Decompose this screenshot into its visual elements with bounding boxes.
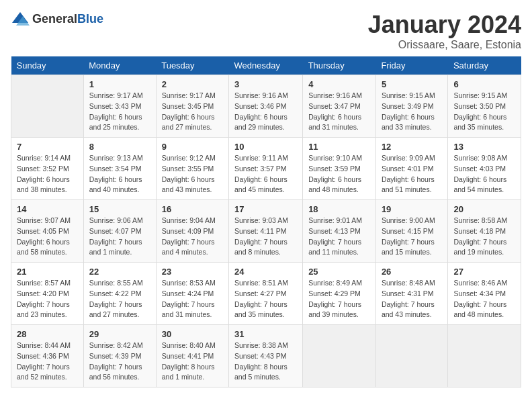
column-header-monday: Monday xyxy=(83,56,156,75)
day-info: Sunrise: 9:06 AMSunset: 4:07 PMDaylight:… xyxy=(89,216,150,258)
day-info: Sunrise: 9:10 AMSunset: 3:59 PMDaylight:… xyxy=(308,153,370,195)
day-number: 23 xyxy=(162,267,223,277)
day-number: 27 xyxy=(453,267,515,277)
day-number: 22 xyxy=(89,267,150,277)
day-cell: 10Sunrise: 9:11 AMSunset: 3:57 PMDayligh… xyxy=(228,138,302,200)
day-number: 25 xyxy=(308,267,370,277)
day-number: 20 xyxy=(453,204,515,214)
day-info: Sunrise: 9:12 AMSunset: 3:55 PMDaylight:… xyxy=(162,153,223,195)
day-cell: 3Sunrise: 9:16 AMSunset: 3:46 PMDaylight… xyxy=(228,75,302,138)
day-number: 26 xyxy=(382,267,443,277)
day-number: 7 xyxy=(17,142,78,152)
day-info: Sunrise: 9:13 AMSunset: 3:54 PMDaylight:… xyxy=(89,153,150,195)
day-info: Sunrise: 9:11 AMSunset: 3:57 PMDaylight:… xyxy=(234,153,297,195)
day-cell: 12Sunrise: 9:09 AMSunset: 4:01 PMDayligh… xyxy=(375,138,448,200)
day-info: Sunrise: 9:04 AMSunset: 4:09 PMDaylight:… xyxy=(162,216,223,258)
day-cell: 2Sunrise: 9:17 AMSunset: 3:45 PMDaylight… xyxy=(156,75,228,138)
day-number: 1 xyxy=(89,79,150,89)
day-number: 21 xyxy=(17,267,78,277)
day-number: 12 xyxy=(382,142,443,152)
day-info: Sunrise: 9:15 AMSunset: 3:50 PMDaylight:… xyxy=(453,91,515,133)
day-number: 29 xyxy=(89,329,150,339)
logo-icon xyxy=(11,11,30,27)
day-info: Sunrise: 9:17 AMSunset: 3:45 PMDaylight:… xyxy=(162,91,223,133)
day-number: 18 xyxy=(308,204,370,214)
column-header-saturday: Saturday xyxy=(448,56,521,75)
day-cell: 17Sunrise: 9:03 AMSunset: 4:11 PMDayligh… xyxy=(228,200,302,263)
day-number: 15 xyxy=(89,204,150,214)
day-info: Sunrise: 8:44 AMSunset: 4:36 PMDaylight:… xyxy=(17,340,78,383)
day-cell: 16Sunrise: 9:04 AMSunset: 4:09 PMDayligh… xyxy=(156,200,228,263)
week-row-3: 14Sunrise: 9:07 AMSunset: 4:05 PMDayligh… xyxy=(11,200,521,263)
day-number: 17 xyxy=(234,204,297,214)
day-cell: 27Sunrise: 8:46 AMSunset: 4:34 PMDayligh… xyxy=(448,263,521,325)
day-info: Sunrise: 8:49 AMSunset: 4:29 PMDaylight:… xyxy=(308,278,370,320)
day-number: 8 xyxy=(89,142,150,152)
day-info: Sunrise: 9:09 AMSunset: 4:01 PMDaylight:… xyxy=(382,153,443,195)
week-row-2: 7Sunrise: 9:14 AMSunset: 3:52 PMDaylight… xyxy=(11,138,521,200)
header: GeneralBlue January 2024 Orissaare, Saar… xyxy=(11,11,521,51)
day-info: Sunrise: 8:48 AMSunset: 4:31 PMDaylight:… xyxy=(382,278,443,320)
day-info: Sunrise: 9:01 AMSunset: 4:13 PMDaylight:… xyxy=(308,216,370,258)
day-cell: 20Sunrise: 8:58 AMSunset: 4:18 PMDayligh… xyxy=(448,200,521,263)
day-cell: 19Sunrise: 9:00 AMSunset: 4:15 PMDayligh… xyxy=(375,200,448,263)
logo: GeneralBlue xyxy=(11,11,103,27)
day-info: Sunrise: 8:38 AMSunset: 4:43 PMDaylight:… xyxy=(234,340,297,383)
day-cell: 21Sunrise: 8:57 AMSunset: 4:20 PMDayligh… xyxy=(11,263,84,325)
day-info: Sunrise: 9:15 AMSunset: 3:49 PMDaylight:… xyxy=(382,91,443,133)
logo-general-text: General xyxy=(32,12,77,26)
logo-blue-text: Blue xyxy=(77,12,103,26)
title-area: January 2024 Orissaare, Saare, Estonia xyxy=(368,11,521,51)
day-cell: 23Sunrise: 8:53 AMSunset: 4:24 PMDayligh… xyxy=(156,263,228,325)
day-cell: 9Sunrise: 9:12 AMSunset: 3:55 PMDaylight… xyxy=(156,138,228,200)
day-cell xyxy=(448,325,521,387)
column-header-sunday: Sunday xyxy=(11,56,84,75)
week-row-4: 21Sunrise: 8:57 AMSunset: 4:20 PMDayligh… xyxy=(11,263,521,325)
day-cell: 29Sunrise: 8:42 AMSunset: 4:39 PMDayligh… xyxy=(83,325,156,387)
day-info: Sunrise: 8:57 AMSunset: 4:20 PMDaylight:… xyxy=(17,278,78,320)
calendar-table: SundayMondayTuesdayWednesdayThursdayFrid… xyxy=(11,56,521,387)
day-cell: 31Sunrise: 8:38 AMSunset: 4:43 PMDayligh… xyxy=(228,325,302,387)
day-number: 6 xyxy=(453,79,515,89)
day-cell: 4Sunrise: 9:16 AMSunset: 3:47 PMDaylight… xyxy=(303,75,376,138)
column-header-wednesday: Wednesday xyxy=(228,56,302,75)
day-info: Sunrise: 9:16 AMSunset: 3:47 PMDaylight:… xyxy=(308,91,370,133)
day-cell: 22Sunrise: 8:55 AMSunset: 4:22 PMDayligh… xyxy=(83,263,156,325)
day-cell xyxy=(375,325,448,387)
day-info: Sunrise: 9:16 AMSunset: 3:46 PMDaylight:… xyxy=(234,91,297,133)
day-number: 4 xyxy=(308,79,370,89)
day-number: 3 xyxy=(234,79,297,89)
calendar-subtitle: Orissaare, Saare, Estonia xyxy=(368,39,521,51)
day-cell: 7Sunrise: 9:14 AMSunset: 3:52 PMDaylight… xyxy=(11,138,84,200)
week-row-5: 28Sunrise: 8:44 AMSunset: 4:36 PMDayligh… xyxy=(11,325,521,387)
day-cell: 1Sunrise: 9:17 AMSunset: 3:43 PMDaylight… xyxy=(83,75,156,138)
day-info: Sunrise: 9:03 AMSunset: 4:11 PMDaylight:… xyxy=(234,216,297,258)
calendar-body: 1Sunrise: 9:17 AMSunset: 3:43 PMDaylight… xyxy=(11,75,521,387)
column-header-thursday: Thursday xyxy=(303,56,376,75)
day-number: 16 xyxy=(162,204,223,214)
day-info: Sunrise: 9:08 AMSunset: 4:03 PMDaylight:… xyxy=(453,153,515,195)
day-info: Sunrise: 8:53 AMSunset: 4:24 PMDaylight:… xyxy=(162,278,223,320)
day-cell: 5Sunrise: 9:15 AMSunset: 3:49 PMDaylight… xyxy=(375,75,448,138)
day-cell: 24Sunrise: 8:51 AMSunset: 4:27 PMDayligh… xyxy=(228,263,302,325)
day-number: 11 xyxy=(308,142,370,152)
day-info: Sunrise: 8:51 AMSunset: 4:27 PMDaylight:… xyxy=(234,278,297,320)
day-cell: 8Sunrise: 9:13 AMSunset: 3:54 PMDaylight… xyxy=(83,138,156,200)
day-cell: 26Sunrise: 8:48 AMSunset: 4:31 PMDayligh… xyxy=(375,263,448,325)
day-info: Sunrise: 9:00 AMSunset: 4:15 PMDaylight:… xyxy=(382,216,443,258)
day-info: Sunrise: 9:14 AMSunset: 3:52 PMDaylight:… xyxy=(17,153,78,195)
day-info: Sunrise: 9:17 AMSunset: 3:43 PMDaylight:… xyxy=(89,91,150,133)
day-number: 14 xyxy=(17,204,78,214)
day-number: 2 xyxy=(162,79,223,89)
day-info: Sunrise: 8:55 AMSunset: 4:22 PMDaylight:… xyxy=(89,278,150,320)
day-cell xyxy=(11,75,84,138)
day-number: 5 xyxy=(382,79,443,89)
day-number: 30 xyxy=(162,329,223,339)
day-number: 24 xyxy=(234,267,297,277)
day-number: 13 xyxy=(453,142,515,152)
day-number: 9 xyxy=(162,142,223,152)
day-info: Sunrise: 8:58 AMSunset: 4:18 PMDaylight:… xyxy=(453,216,515,258)
calendar-header-row: SundayMondayTuesdayWednesdayThursdayFrid… xyxy=(11,56,521,75)
calendar-title: January 2024 xyxy=(368,11,521,39)
day-cell xyxy=(303,325,376,387)
